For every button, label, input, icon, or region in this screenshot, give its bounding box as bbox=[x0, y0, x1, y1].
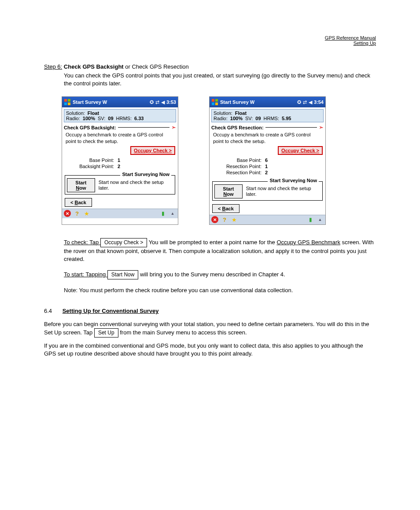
bottom-toolbar: ✕ ? ★ ▮ ▲ bbox=[62, 209, 178, 218]
start-surveying-group: Start Surveying Now Start Now Start now … bbox=[65, 175, 175, 194]
volume-icon: ◀ bbox=[161, 99, 165, 105]
hrms-label: HRMS: bbox=[264, 116, 279, 121]
to-start-intro: To start: Tapping bbox=[64, 271, 107, 278]
point-row: Base Point: 6 bbox=[213, 158, 322, 163]
start-surveying-group: Start Surveying Now Start Now Start now … bbox=[212, 181, 323, 201]
hrms-value: 5.95 bbox=[282, 116, 291, 121]
bottom-toolbar: ✕ ? ★ ▮ ▲ bbox=[210, 215, 325, 224]
occupy-check-inline-button: Occupy Check > bbox=[100, 238, 147, 247]
step-6-alt: or Check GPS Resection bbox=[124, 63, 189, 70]
chat-icon: ✪ bbox=[297, 99, 301, 105]
svg-rect-7 bbox=[215, 103, 218, 105]
occupy-gps-benchmark-link[interactable]: Occupy GPS Benchmark bbox=[276, 239, 340, 246]
connectivity-icon: ⇄ bbox=[155, 99, 159, 105]
point-value: 1 bbox=[265, 164, 268, 169]
close-icon[interactable]: ✕ bbox=[64, 210, 71, 217]
sv-label: SV: bbox=[98, 116, 105, 121]
screenshots-row: Start Survey W ✪ ⇄ ◀ 3:53 Solution: Floa… bbox=[62, 96, 376, 225]
radio-value: 100% bbox=[83, 116, 95, 121]
help-icon[interactable]: ? bbox=[74, 210, 81, 217]
back-button[interactable]: < Back bbox=[212, 204, 239, 213]
to-start-rest: will bring you to the Survey menu descri… bbox=[140, 271, 285, 278]
section-header: Check GPS Resection: ➣ bbox=[210, 124, 325, 131]
status-panel: Solution: Float Radio: 100% SV: 09 HRMS:… bbox=[211, 109, 324, 122]
solution-value: Float bbox=[88, 110, 99, 116]
section-num: 6.4 bbox=[44, 308, 52, 314]
status-panel: Solution: Float Radio: 100% SV: 09 HRMS:… bbox=[64, 109, 176, 122]
sv-label: SV: bbox=[245, 116, 253, 121]
sv-value: 09 bbox=[255, 116, 261, 121]
start-now-inline-button: Start Now bbox=[107, 270, 139, 279]
signal-icon: ▮ bbox=[307, 216, 314, 223]
group-title: Start Surveying Now bbox=[268, 178, 319, 183]
step-6-label: Step 6: bbox=[44, 63, 62, 70]
compass-icon: ➣ bbox=[171, 124, 176, 131]
sip-icon[interactable]: ▲ bbox=[169, 210, 176, 217]
star-icon[interactable]: ★ bbox=[231, 216, 238, 223]
clock: 3:53 bbox=[166, 99, 176, 105]
group-title: Start Surveying Now bbox=[120, 172, 171, 177]
device-right: Start Survey W ✪ ⇄ ◀ 3:54 Solution: Floa… bbox=[209, 96, 326, 225]
help-icon[interactable]: ? bbox=[221, 216, 228, 223]
window-title: Start Survey W bbox=[220, 99, 295, 105]
start-now-button[interactable]: Start Now bbox=[214, 184, 243, 198]
compass-icon: ➣ bbox=[319, 124, 324, 131]
svg-rect-5 bbox=[215, 99, 218, 102]
back-button[interactable]: < Back bbox=[65, 198, 92, 207]
hrms-value: 6.33 bbox=[134, 116, 144, 121]
clock: 3:54 bbox=[314, 99, 324, 105]
point-row: Backsight Point: 2 bbox=[66, 164, 174, 169]
point-row: Resection Point: 2 bbox=[213, 170, 322, 175]
svg-rect-4 bbox=[212, 99, 214, 102]
occupy-check-button[interactable]: Occupy Check > bbox=[130, 146, 175, 155]
point-label: Resection Point: bbox=[213, 170, 262, 175]
solution-value: Float bbox=[235, 110, 247, 116]
note-text: Note: You must perform the check routine… bbox=[64, 286, 376, 294]
radio-label: Radio: bbox=[214, 116, 228, 121]
to-check-intro: To check: Tap bbox=[64, 239, 100, 246]
header-line-1: GPS Reference Manual bbox=[44, 35, 376, 40]
titlebar: Start Survey W ✪ ⇄ ◀ 3:54 bbox=[210, 97, 325, 107]
point-label: Base Point: bbox=[66, 158, 114, 163]
svg-rect-3 bbox=[68, 103, 70, 105]
section-6-4: 6.4 Setting Up for Conventional Survey B… bbox=[44, 308, 376, 358]
device-left: Start Survey W ✪ ⇄ ◀ 3:53 Solution: Floa… bbox=[62, 96, 178, 225]
svg-rect-6 bbox=[212, 103, 214, 105]
section-6-4-heading: 6.4 Setting Up for Conventional Survey bbox=[44, 308, 376, 314]
hrms-label: HRMS: bbox=[116, 116, 132, 121]
section-title: Check GPS Resection: bbox=[211, 125, 264, 130]
start-now-button[interactable]: Start Now bbox=[67, 178, 95, 192]
set-up-inline-button: Set Up bbox=[94, 328, 118, 338]
section-6-4-body2: If you are in the combined conventional … bbox=[44, 342, 376, 358]
point-label: Resection Point: bbox=[213, 164, 262, 169]
points-list: Base Point: 1 Backsight Point: 2 bbox=[62, 156, 178, 173]
solution-label: Solution: bbox=[66, 110, 85, 116]
section-header: Check GPS Backsight: ➣ bbox=[62, 124, 178, 131]
step-6-body: You can check the GPS control points tha… bbox=[64, 72, 376, 88]
point-value: 2 bbox=[265, 170, 268, 175]
section-title: Setting Up for Conventional Survey bbox=[63, 308, 159, 314]
section-6-4-body1: Before you can begin conventional survey… bbox=[44, 320, 376, 338]
step-6-heading: Step 6: Check GPS Backsight or Check GPS… bbox=[44, 63, 376, 70]
svg-rect-1 bbox=[68, 99, 70, 102]
point-label: Base Point: bbox=[213, 158, 262, 163]
window-title: Start Survey W bbox=[73, 99, 148, 105]
to-check-rest: You will be prompted to enter a point na… bbox=[149, 239, 277, 246]
svg-rect-2 bbox=[64, 103, 67, 105]
sv-value: 09 bbox=[108, 116, 113, 121]
chat-icon: ✪ bbox=[150, 99, 154, 105]
star-icon[interactable]: ★ bbox=[83, 210, 90, 217]
windows-logo-icon bbox=[64, 99, 71, 106]
close-icon[interactable]: ✕ bbox=[211, 216, 218, 223]
signal-icon: ▮ bbox=[159, 210, 166, 217]
volume-icon: ◀ bbox=[309, 99, 312, 105]
point-row: Base Point: 1 bbox=[66, 158, 174, 163]
point-row: Resection Point: 1 bbox=[213, 164, 322, 169]
header-line-2: Setting Up bbox=[44, 40, 376, 46]
sip-icon[interactable]: ▲ bbox=[317, 216, 324, 223]
occupy-check-button[interactable]: Occupy Check > bbox=[278, 146, 323, 155]
windows-logo-icon bbox=[211, 99, 218, 106]
point-value: 6 bbox=[265, 158, 268, 163]
start-text: Start now and check the setup later. bbox=[99, 180, 173, 191]
solution-label: Solution: bbox=[214, 110, 232, 116]
